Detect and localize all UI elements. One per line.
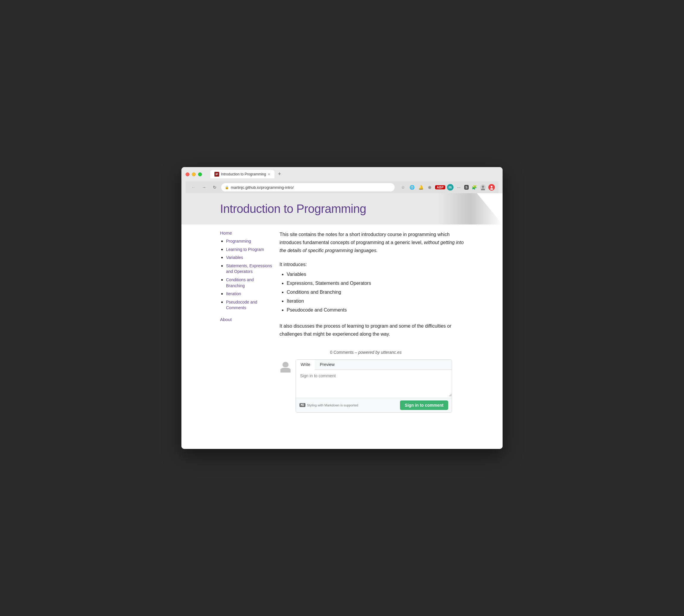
extensions-globe-icon[interactable]: 🌐: [408, 184, 415, 191]
sidebar-about-link[interactable]: About: [220, 317, 274, 322]
sidebar-nav-list: Programming Learning to Program Variable…: [220, 238, 274, 311]
sidebar-item-variables[interactable]: Variables: [226, 255, 243, 260]
comments-header: 0 Comments – powered by utteranc.es: [280, 350, 452, 355]
minimize-button[interactable]: [192, 172, 196, 176]
list-item: Variables: [226, 255, 274, 261]
avatar-body: [280, 368, 291, 373]
star-icon[interactable]: ☆: [400, 184, 407, 191]
close-button[interactable]: [186, 172, 189, 176]
bell-icon[interactable]: 🔔: [417, 184, 424, 191]
list-item: Expressions, Statements and Operators: [287, 280, 464, 287]
shield-icon[interactable]: ⊕: [426, 184, 433, 191]
browser-toolbar-right: ☆ 🌐 🔔 ⊕ ABP m ··· S 🧩: [400, 184, 495, 191]
url-text: martinjc.github.io/programming-intro/: [231, 185, 294, 190]
sidebar-item-learning[interactable]: Learning to Program: [226, 247, 264, 252]
comment-textarea[interactable]: [296, 370, 452, 397]
m-extension[interactable]: m: [447, 184, 453, 191]
tab-title: Introduction to Programming: [221, 172, 266, 176]
markdown-icon: MD: [299, 403, 305, 407]
sidebar-item-programming[interactable]: Programming: [226, 239, 251, 243]
introduces-label: It introduces:: [280, 262, 464, 267]
list-item: Conditions and Branching: [287, 289, 464, 296]
address-bar-row: ← → ↻ 🔒 martinjc.github.io/programming-i…: [186, 181, 498, 193]
comments-widget: Write Preview MD Styling with Markdown i…: [280, 359, 452, 413]
comments-count: 0 Comments: [330, 350, 354, 355]
user-avatar[interactable]: [479, 184, 487, 191]
browser-content: Introduction to Programming Home Program…: [181, 193, 503, 449]
active-tab[interactable]: IP Introduction to Programming ×: [210, 170, 275, 178]
s-extension[interactable]: S: [464, 185, 469, 190]
list-item: Iteration: [287, 298, 464, 305]
sidebar-home-link[interactable]: Home: [220, 230, 274, 236]
page-body: Home Programming Learning to Program Var…: [181, 224, 503, 424]
new-tab-button[interactable]: +: [277, 171, 282, 177]
puzzle-icon[interactable]: 🧩: [470, 184, 477, 191]
intro-paragraph: This site contains the notes for a short…: [280, 230, 464, 255]
page-header: Introduction to Programming: [181, 193, 503, 224]
list-item: Pseudocode and Comments: [287, 307, 464, 314]
address-bar[interactable]: 🔒 martinjc.github.io/programming-intro/: [221, 183, 394, 192]
list-item: Learning to Program: [226, 247, 274, 253]
list-item: Pseudocode and Comments: [226, 300, 274, 311]
sidebar-item-pseudocode[interactable]: Pseudocode and Comments: [226, 300, 257, 310]
svg-point-4: [491, 186, 492, 188]
sidebar-item-statements[interactable]: Statements, Expressions and Operators: [226, 263, 272, 274]
maximize-button[interactable]: [198, 172, 202, 176]
profile-icon[interactable]: [488, 184, 495, 191]
tab-write[interactable]: Write: [296, 360, 315, 370]
markdown-label: Styling with Markdown is supported: [307, 403, 358, 407]
abp-extension[interactable]: ABP: [435, 185, 445, 190]
comment-tabs: Write Preview: [296, 360, 452, 370]
page-title: Introduction to Programming: [220, 202, 479, 216]
avatar: [280, 362, 292, 374]
svg-point-1: [482, 185, 484, 188]
dots-extension[interactable]: ···: [455, 184, 463, 191]
sidebar-item-iteration[interactable]: Iteration: [226, 291, 241, 296]
list-item: Variables: [287, 271, 464, 278]
list-item: Statements, Expressions and Operators: [226, 263, 274, 275]
comment-footer: MD Styling with Markdown is supported Si…: [296, 398, 452, 412]
forward-button[interactable]: →: [200, 183, 208, 192]
browser-controls: IP Introduction to Programming × +: [186, 170, 498, 178]
sidebar: Home Programming Learning to Program Var…: [220, 230, 274, 413]
list-item: Conditions and Branching: [226, 277, 274, 289]
sidebar-item-conditions[interactable]: Conditions and Branching: [226, 278, 254, 288]
sign-in-button[interactable]: Sign in to comment: [400, 400, 448, 410]
tab-preview[interactable]: Preview: [315, 360, 339, 370]
comments-section: 0 Comments – powered by utteranc.es: [280, 350, 452, 413]
tab-bar: IP Introduction to Programming × +: [210, 170, 498, 178]
list-item: Iteration: [226, 291, 274, 297]
reload-button[interactable]: ↻: [211, 183, 219, 192]
browser-titlebar: IP Introduction to Programming × + ← → ↻…: [181, 167, 503, 193]
avatar-head: [282, 362, 288, 367]
comments-separator: –: [355, 350, 358, 355]
comments-powered-by: powered by utteranc.es: [358, 350, 402, 355]
back-button[interactable]: ←: [189, 183, 197, 192]
lock-icon: 🔒: [225, 185, 229, 190]
markdown-badge: MD Styling with Markdown is supported: [299, 403, 358, 407]
comment-box: Write Preview MD Styling with Markdown i…: [296, 359, 452, 413]
list-item: Programming: [226, 238, 274, 244]
content-list: Variables Expressions, Statements and Op…: [280, 271, 464, 314]
tab-close-icon[interactable]: ×: [268, 172, 270, 176]
tab-favicon: IP: [214, 172, 219, 177]
main-content: This site contains the notes for a short…: [280, 230, 464, 413]
closing-paragraph: It also discusses the process of learnin…: [280, 322, 464, 338]
browser-window: IP Introduction to Programming × + ← → ↻…: [181, 167, 503, 449]
